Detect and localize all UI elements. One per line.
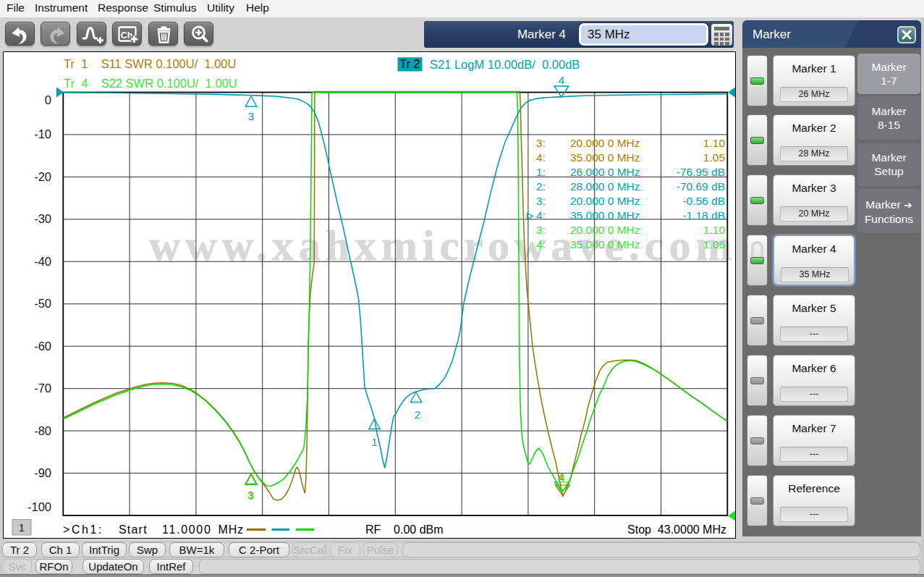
svg-text:3: 3 [248, 110, 254, 122]
svg-text:1: 1 [371, 436, 377, 448]
svg-text:3:: 3: [536, 224, 546, 236]
svg-text:-10: -10 [34, 127, 51, 140]
svg-text:-70: -70 [34, 382, 51, 395]
svg-text:20.000 0 MHz: 20.000 0 MHz [570, 137, 640, 149]
svg-text:Tr 4 S22 SWR 0.100U/ 1.00: Tr 4 S22 SWR 0.100U/ 1.00U [64, 77, 237, 90]
svg-text:RF 0.00 dBm: RF 0.00 dBm [365, 523, 444, 536]
svg-text:1: 1 [19, 521, 25, 534]
svg-text:2:: 2: [536, 180, 546, 193]
svg-text:Tr 2: Tr 2 [400, 58, 420, 70]
svg-text:3: 3 [248, 489, 254, 502]
svg-text:-76.95 dB: -76.95 dB [677, 166, 725, 178]
svg-text:0: 0 [45, 93, 51, 106]
svg-text:www.xahxmicrowave.com: www.xahxmicrowave.com [149, 222, 737, 269]
svg-text:-60: -60 [34, 340, 51, 353]
svg-text:1.10: 1.10 [703, 224, 726, 236]
svg-text:-90: -90 [34, 466, 51, 479]
svg-text:4:: 4: [536, 151, 546, 164]
svg-text:4: 4 [559, 471, 565, 484]
svg-text:3:: 3: [536, 195, 546, 207]
svg-text:1.10: 1.10 [703, 137, 726, 149]
svg-text:20.000 0 MHz: 20.000 0 MHz [570, 224, 640, 236]
svg-text:35.000 0 MHz: 35.000 0 MHz [570, 238, 640, 250]
svg-text:28.000 0 MHz: 28.000 0 MHz [570, 180, 640, 193]
svg-text:Start: Start [119, 523, 148, 536]
svg-text:4:: 4: [536, 209, 546, 222]
svg-text:-50: -50 [34, 297, 51, 310]
svg-text:-30: -30 [34, 212, 51, 225]
svg-text:20.000 0 MHz: 20.000 0 MHz [570, 195, 640, 207]
svg-text:MHz: MHz [219, 523, 244, 536]
svg-text:1.05: 1.05 [703, 151, 725, 164]
svg-text:Stop 43.0000 MHz: Stop 43.0000 MHz [627, 523, 726, 536]
svg-text:-70.69 dB: -70.69 dB [677, 180, 725, 193]
svg-text:3:: 3: [536, 137, 546, 149]
svg-text:35.000 0 MHz: 35.000 0 MHz [570, 209, 640, 222]
svg-text:26.000 0 MHz: 26.000 0 MHz [570, 166, 640, 178]
svg-text:Tr 1 S11 SWR 0.100U/ 1.00: Tr 1 S11 SWR 0.100U/ 1.00U [64, 57, 236, 70]
svg-text:>Ch1:: >Ch1: [63, 523, 103, 536]
svg-text:-80: -80 [34, 424, 51, 437]
svg-text:1.06: 1.06 [703, 238, 725, 250]
svg-text:11.0000: 11.0000 [162, 523, 212, 536]
svg-text:2: 2 [415, 408, 420, 421]
svg-text:S21 LogM 10.00dB/ 0.00dB: S21 LogM 10.00dB/ 0.00dB [430, 58, 580, 71]
svg-text:-100: -100 [27, 500, 51, 513]
svg-text:-1.18 dB: -1.18 dB [682, 209, 725, 222]
svg-text:-40: -40 [34, 255, 51, 268]
svg-text:-20: -20 [34, 170, 51, 183]
svg-text:35.000 0 MHz: 35.000 0 MHz [570, 151, 640, 164]
svg-text:4: 4 [559, 74, 564, 86]
svg-text:4:: 4: [536, 238, 546, 250]
svg-text:1:: 1: [536, 166, 546, 178]
svg-text:-0.56 dB: -0.56 dB [682, 195, 725, 207]
